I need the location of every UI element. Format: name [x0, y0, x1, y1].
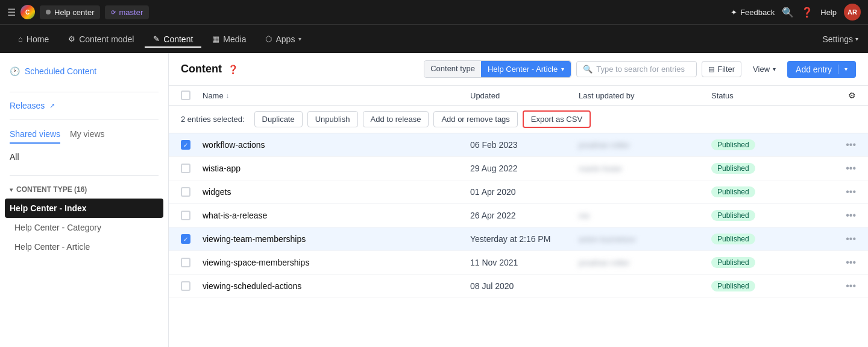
settings-label: Settings — [822, 34, 853, 44]
filter-label: Filter — [717, 65, 735, 74]
row-actions: ••• — [820, 281, 856, 291]
releases-label: Releases — [10, 101, 45, 110]
help-label[interactable]: Help — [820, 8, 837, 17]
hamburger-icon[interactable]: ☰ — [7, 7, 16, 18]
row-lastupdated: martin foster — [579, 164, 711, 173]
row-checkbox-cell — [181, 164, 203, 173]
row-checkbox[interactable] — [181, 187, 190, 197]
page-help-icon[interactable]: ❓ — [228, 65, 238, 74]
shared-views-tab[interactable]: Shared views — [10, 129, 60, 144]
selection-bar: 2 entries selected: Duplicate Unpublish … — [169, 106, 868, 133]
section-header-label: CONTENT TYPE (16) — [16, 185, 87, 194]
row-more-button[interactable]: ••• — [846, 186, 856, 197]
export-csv-button[interactable]: Export as CSV — [523, 110, 591, 128]
row-checkbox[interactable] — [181, 164, 190, 173]
row-checkbox[interactable] — [181, 211, 190, 220]
row-more-button[interactable]: ••• — [846, 210, 856, 220]
feedback-button[interactable]: ✦ Feedback — [731, 8, 775, 17]
select-all-checkbox[interactable] — [181, 91, 190, 100]
my-views-tab[interactable]: My views — [70, 129, 105, 144]
page-title: Content — [181, 63, 222, 75]
row-name[interactable]: widgets — [203, 187, 470, 197]
duplicate-button[interactable]: Duplicate — [254, 111, 303, 127]
content-type-select[interactable]: Help Center - Article ▾ — [481, 61, 571, 77]
row-actions: ••• — [820, 163, 856, 174]
view-button[interactable]: View ▾ — [746, 61, 782, 77]
row-updated: 11 Nov 2021 — [470, 258, 579, 267]
table-rows: ✓ workflow-actions 06 Feb 2023 jonathan … — [169, 133, 868, 298]
search-placeholder: Type to search for entries — [596, 65, 685, 74]
search-box[interactable]: 🔍 Type to search for entries — [576, 61, 697, 77]
row-checkbox-cell — [181, 187, 203, 197]
avatar[interactable]: AR — [844, 4, 861, 21]
sidebar-item-help-center-category[interactable]: Help Center - Category — [0, 218, 168, 237]
shared-views-label: Shared views — [10, 129, 60, 139]
content-type-section-header[interactable]: ▾ CONTENT TYPE (16) — [0, 180, 168, 199]
filter-bar: Content type Help Center - Article ▾ 🔍 T… — [424, 60, 856, 78]
add-to-release-button[interactable]: Add to release — [363, 111, 429, 127]
row-name[interactable]: wistia-app — [203, 164, 470, 173]
nav-content-model[interactable]: ⚙ Content model — [60, 31, 142, 48]
filter-button[interactable]: ▤ Filter — [702, 61, 741, 77]
sort-icon[interactable]: ↓ — [226, 92, 230, 99]
search-button[interactable]: 🔍 — [782, 7, 794, 18]
settings-nav[interactable]: Settings ▾ — [822, 34, 858, 44]
row-name[interactable]: viewing-team-memberships — [203, 234, 470, 244]
nav-home[interactable]: ⌂ Home — [10, 31, 57, 48]
row-status: Published — [711, 281, 820, 291]
add-remove-tags-label: Add or remove tags — [441, 115, 509, 124]
branch-label[interactable]: ⟳ master — [105, 5, 149, 19]
help-center-article-label: Help Center - Article — [14, 242, 90, 252]
row-more-button[interactable]: ••• — [846, 139, 856, 150]
all-views-item[interactable]: All — [0, 148, 168, 165]
row-checkbox-cell — [181, 258, 203, 267]
row-name[interactable]: workflow-actions — [203, 140, 470, 150]
nav-content[interactable]: ✎ Content — [145, 31, 201, 48]
nav-media[interactable]: ▦ Media — [204, 31, 254, 48]
sidebar-tabs: Shared views My views — [0, 124, 168, 144]
settings-icon[interactable]: ⚙ — [848, 91, 856, 100]
scheduled-content-link[interactable]: 🕐 Scheduled Content — [10, 63, 159, 80]
row-actions: ••• — [820, 186, 856, 197]
view-label: View — [753, 65, 770, 74]
help-center-index-label: Help Center - Index — [10, 203, 87, 213]
row-lastupdated: jonathan miller — [579, 258, 711, 267]
row-name[interactable]: what-is-a-release — [203, 211, 470, 220]
add-entry-chevron-icon: ▾ — [844, 66, 848, 72]
sidebar-item-help-center-index[interactable]: Help Center - Index — [5, 199, 163, 218]
releases-link[interactable]: Releases ↗ — [0, 97, 168, 114]
th-settings[interactable]: ⚙ — [820, 91, 856, 100]
row-lastupdated: jonathan miller — [579, 140, 711, 150]
row-more-button[interactable]: ••• — [846, 234, 856, 244]
status-badge: Published — [711, 257, 755, 268]
row-checkbox[interactable]: ✓ — [181, 234, 190, 244]
scheduled-label: Scheduled Content — [25, 66, 96, 76]
row-more-button[interactable]: ••• — [846, 257, 856, 267]
topbar: ☰ C Help center ⟳ master ✦ Feedback 🔍 ❓ … — [0, 0, 868, 24]
content-area: Content ❓ Content type Help Center - Art… — [169, 53, 868, 347]
sidebar: 🕐 Scheduled Content Releases ↗ Shared vi… — [0, 53, 169, 347]
add-remove-tags-button[interactable]: Add or remove tags — [433, 111, 517, 127]
help-icon-button[interactable]: ❓ — [801, 7, 813, 18]
sidebar-scheduled-section: 🕐 Scheduled Content — [0, 63, 168, 87]
th-lastupdated-label: Last updated by — [579, 91, 635, 100]
unpublish-label: Unpublish — [315, 115, 350, 124]
row-checkbox[interactable] — [181, 281, 190, 291]
unpublish-button[interactable]: Unpublish — [307, 111, 358, 127]
table-row: ✓ workflow-actions 06 Feb 2023 jonathan … — [169, 133, 868, 157]
row-checkbox-cell: ✓ — [181, 234, 203, 244]
row-checkbox[interactable] — [181, 258, 190, 267]
row-status: Published — [711, 139, 820, 150]
row-updated: 26 Apr 2022 — [470, 211, 579, 220]
branch-icon: ⟳ — [111, 9, 116, 16]
row-name[interactable]: viewing-space-memberships — [203, 258, 470, 267]
sidebar-item-help-center-article[interactable]: Help Center - Article — [0, 237, 168, 256]
add-entry-button[interactable]: Add entry ▾ — [787, 61, 856, 78]
row-checkbox[interactable]: ✓ — [181, 140, 190, 150]
main-layout: 🕐 Scheduled Content Releases ↗ Shared vi… — [0, 53, 868, 347]
row-name[interactable]: viewing-scheduled-actions — [203, 281, 470, 291]
row-more-button[interactable]: ••• — [846, 163, 856, 173]
app-label[interactable]: Help center — [40, 5, 100, 19]
row-more-button[interactable]: ••• — [846, 281, 856, 291]
nav-apps[interactable]: ⬡ Apps ▾ — [257, 31, 310, 48]
